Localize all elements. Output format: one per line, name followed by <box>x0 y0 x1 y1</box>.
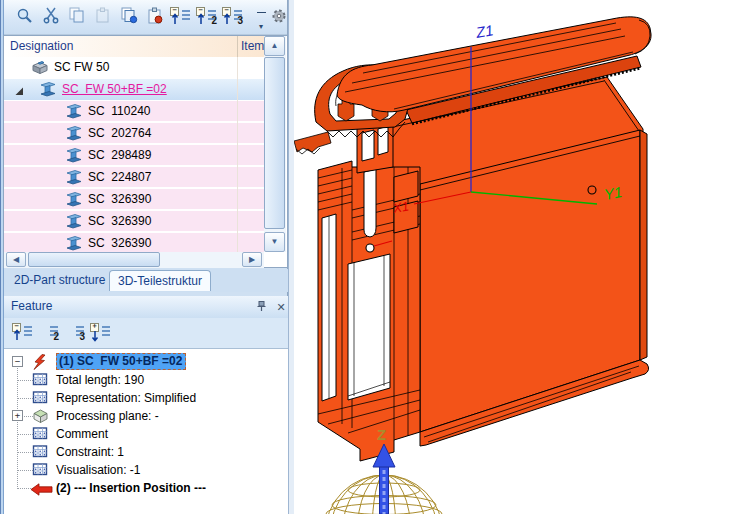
beam-icon <box>66 103 83 124</box>
part-row-label: SC 326390 <box>88 214 151 228</box>
feature-row[interactable]: (2) --- Insertion Position --- <box>4 479 288 497</box>
tree-minus-box[interactable]: − <box>12 356 23 367</box>
level-2-icon[interactable]: 2 <box>38 323 60 343</box>
tree-connector <box>17 452 33 454</box>
3d-scene: X1 Z1 Y1 Z <box>294 0 730 514</box>
beam-icon <box>40 81 57 102</box>
feature-row-label: (2) --- Insertion Position --- <box>56 481 206 495</box>
part-row[interactable]: SC 110240 <box>4 101 264 123</box>
assembly-icon <box>32 59 49 80</box>
feature-row-label: Total length: 190 <box>56 373 144 387</box>
scroll-down-button[interactable]: ▼ <box>264 232 285 252</box>
feature-tree: −(1) SC FW 50+BF =02Total length: 190Rep… <box>4 348 288 514</box>
feature-row[interactable]: +Processing plane: - <box>4 407 288 425</box>
column-divider <box>237 36 238 57</box>
part-row-label: SC 326390 <box>88 192 151 206</box>
x-axis-label: X1 <box>391 198 410 216</box>
feature-row-label: (1) SC FW 50+BF =02 <box>56 353 186 370</box>
vscroll-thumb[interactable] <box>264 57 285 229</box>
feature-row[interactable]: Comment <box>4 425 288 443</box>
part-row-label: SC 326390 <box>88 236 151 250</box>
feature-row-label: Comment <box>56 427 108 441</box>
level-3-icon[interactable]: 3 <box>64 323 86 343</box>
tree-connector <box>17 434 33 436</box>
feature-row[interactable]: Representation: Simplified <box>4 389 288 407</box>
part-row[interactable]: SC 202764 <box>4 123 264 145</box>
tree-connector <box>17 380 33 382</box>
part-tree-header: Designation Item <box>4 36 264 58</box>
beam-icon <box>66 147 83 168</box>
hscroll-thumb[interactable] <box>28 252 160 267</box>
structure-tab-bar: 2D-Part structure 3D-Teilestruktur <box>4 269 288 292</box>
feature-row-label: Processing plane: - <box>56 409 159 423</box>
part-row[interactable]: SC 298489 <box>4 145 264 167</box>
part-row[interactable]: SC 326390 <box>4 233 264 252</box>
part-row-label: SC FW 50+BF =02 <box>62 82 167 96</box>
part-structure-toolbar: −−2−3▾ <box>4 0 287 35</box>
copy-contents-icon[interactable] <box>118 7 140 27</box>
part-row-label: SC 224807 <box>88 170 151 184</box>
part-tree: SC FW 50SC FW 50+BF =02SC 110240SC 20276… <box>4 57 264 252</box>
part-tree-vscrollbar[interactable]: ▲ ▼ <box>264 36 286 252</box>
copy-icon[interactable] <box>66 7 88 27</box>
scroll-up-button[interactable]: ▲ <box>264 36 285 56</box>
settings-icon[interactable] <box>268 7 290 27</box>
part-row[interactable]: SC 326390 <box>4 211 264 233</box>
part-row[interactable]: SC FW 50+BF =02 <box>4 79 264 101</box>
structure-level-3-icon[interactable]: −3 <box>222 7 244 27</box>
feature-panel-header: Feature ✕ <box>4 296 288 319</box>
arrow-left-icon <box>30 482 53 500</box>
part-row[interactable]: SC FW 50 <box>4 57 264 79</box>
beam-icon <box>66 125 83 146</box>
part-row-label: SC FW 50 <box>54 60 109 74</box>
cut-icon[interactable] <box>40 7 62 27</box>
tab-2d-part-structure[interactable]: 2D-Part structure <box>14 273 105 287</box>
feature-toolbar: −23+ <box>4 318 288 348</box>
feature-row-label: Constraint: 1 <box>56 445 124 459</box>
paste-icon[interactable] <box>92 7 114 27</box>
y-axis-label: Y1 <box>603 183 624 203</box>
feature-row[interactable]: Visualisation: -1 <box>4 461 288 479</box>
part-tree-hscrollbar[interactable]: ◀ ▶ <box>4 252 264 268</box>
feature-panel-title: Feature <box>11 299 52 313</box>
feature-row[interactable]: −(1) SC FW 50+BF =02 <box>4 353 288 371</box>
structure-level-2-icon[interactable]: −2 <box>196 7 218 27</box>
feature-row[interactable]: Total length: 190 <box>4 371 288 389</box>
point-marker <box>366 244 374 252</box>
column-designation[interactable]: Designation <box>10 39 73 53</box>
expand-all-icon[interactable]: + <box>90 323 112 343</box>
beam-icon <box>66 191 83 212</box>
column-item[interactable]: Item <box>241 39 265 53</box>
tree-connector <box>17 398 33 400</box>
collapse-all-icon[interactable]: − <box>12 323 34 343</box>
3d-viewport[interactable]: X1 Z1 Y1 Z <box>294 0 730 514</box>
beam-icon <box>66 235 83 252</box>
beam-icon <box>66 213 83 234</box>
column-divider <box>237 57 238 252</box>
part-row-label: SC 298489 <box>88 148 151 162</box>
scroll-right-button[interactable]: ▶ <box>242 252 262 267</box>
tree-connector <box>17 470 33 472</box>
search-icon[interactable] <box>14 7 36 27</box>
close-icon[interactable]: ✕ <box>274 300 288 314</box>
scroll-left-button[interactable]: ◀ <box>6 252 26 267</box>
part-row-label: SC 110240 <box>88 104 151 118</box>
structure-level-1-icon[interactable]: − <box>170 7 192 27</box>
paste-contents-icon[interactable] <box>144 7 166 27</box>
part-row-label: SC 202764 <box>88 126 151 140</box>
beam-icon <box>66 169 83 190</box>
expander-icon[interactable] <box>12 84 26 102</box>
pin-icon[interactable] <box>254 300 268 314</box>
profile-solid <box>294 17 651 461</box>
feature-row-label: Visualisation: -1 <box>56 463 141 477</box>
z-axis-label: Z1 <box>474 21 495 41</box>
part-row[interactable]: SC 224807 <box>4 167 264 189</box>
part-row[interactable]: SC 326390 <box>4 189 264 211</box>
tree-plus-box[interactable]: + <box>12 410 23 421</box>
feature-row-label: Representation: Simplified <box>56 391 196 405</box>
globe-z-label: Z <box>377 426 386 443</box>
feature-row[interactable]: Constraint: 1 <box>4 443 288 461</box>
tab-3d-teilestruktur[interactable]: 3D-Teilestruktur <box>109 270 211 291</box>
